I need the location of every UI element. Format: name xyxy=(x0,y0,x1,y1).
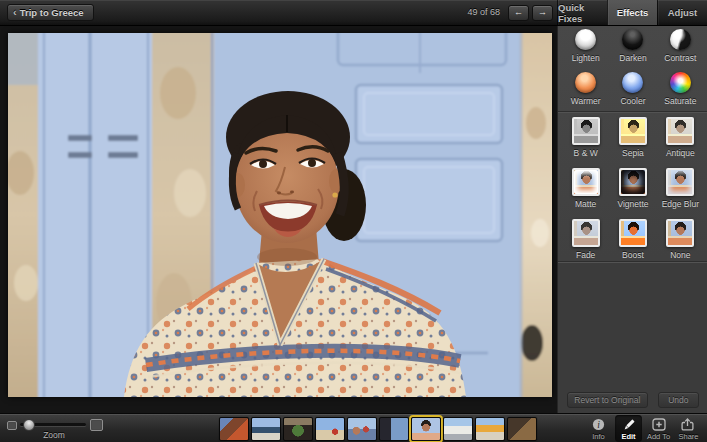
filmstrip-thumb-portrait-woman[interactable] xyxy=(411,417,441,441)
filmstrip-thumb-dark-building[interactable] xyxy=(507,417,537,441)
effect-label: None xyxy=(670,250,690,260)
edgeblur-effect-preview xyxy=(666,168,694,196)
contrast-sphere-icon xyxy=(670,29,691,50)
warmer-sphere-icon xyxy=(575,72,596,93)
next-photo-button[interactable]: → xyxy=(532,5,553,21)
edge-blur-effect-button[interactable]: Edge Blur xyxy=(657,165,704,216)
effect-thumbnails-grid: B & WSepiaAntiqueMatteVignetteEdge BlurF… xyxy=(562,114,704,267)
effect-label: B & W xyxy=(574,148,598,158)
action-label: Add To xyxy=(647,432,670,441)
preview-photo xyxy=(621,170,645,194)
add-to-button[interactable]: Add To xyxy=(645,415,672,442)
edit-mode-tabs: Quick FixesEffectsAdjust xyxy=(557,0,707,25)
preview-photo xyxy=(574,170,598,194)
bottom-toolbar: Zoom iInfoEditAdd ToShare xyxy=(0,413,707,442)
vignette-effect-preview xyxy=(619,168,647,196)
lighten-sphere-icon xyxy=(575,29,596,50)
effect-label: Boost xyxy=(622,250,644,260)
effect-label: Fade xyxy=(576,250,595,260)
antique-effect-preview xyxy=(666,117,694,145)
effect-label: Warmer xyxy=(571,96,601,106)
darken-effect-button[interactable]: Darken xyxy=(609,26,656,69)
action-label: Info xyxy=(592,432,605,441)
share-button[interactable]: Share xyxy=(675,415,702,442)
effect-label: Sepia xyxy=(622,148,644,158)
filmstrip-thumb-white-terrace[interactable] xyxy=(443,417,473,441)
sepia-effect-button[interactable]: Sepia xyxy=(609,114,656,165)
back-button[interactable]: ‹ Trip to Greece xyxy=(7,4,94,21)
tab-adjust[interactable]: Adjust xyxy=(657,0,707,25)
info-icon: i xyxy=(592,418,605,431)
contrast-effect-button[interactable]: Contrast xyxy=(657,26,704,69)
matte-effect-preview xyxy=(572,168,600,196)
saturate-effect-button[interactable]: Saturate xyxy=(657,69,704,112)
boost-effect-button[interactable]: Boost xyxy=(609,216,656,267)
top-toolbar: ‹ Trip to Greece 49 of 68 ← → Quick Fixe… xyxy=(0,0,707,26)
sepia-effect-preview xyxy=(619,117,647,145)
preview-photo xyxy=(668,221,692,245)
tab-effects[interactable]: Effects xyxy=(607,0,657,25)
fade-effect-button[interactable]: Fade xyxy=(562,216,609,267)
preview-photo xyxy=(621,119,645,143)
effect-label: Saturate xyxy=(664,96,696,106)
effect-spheres-grid: LightenDarkenContrastWarmerCoolerSaturat… xyxy=(562,26,704,112)
effect-label: Darken xyxy=(619,53,646,63)
none-effect-button[interactable]: None xyxy=(657,216,704,267)
filmstrip-thumb-harbor-dark[interactable] xyxy=(379,417,409,441)
current-photo[interactable] xyxy=(8,33,552,397)
filmstrip-thumb-cliff-person[interactable] xyxy=(219,417,249,441)
none-effect-preview xyxy=(666,219,694,247)
saturate-sphere-icon xyxy=(670,72,691,93)
matte-effect-button[interactable]: Matte xyxy=(562,165,609,216)
info-button[interactable]: iInfo xyxy=(585,415,612,442)
undo-button[interactable]: Undo xyxy=(658,392,699,408)
zoom-control: Zoom xyxy=(6,414,106,442)
effect-label: Matte xyxy=(575,199,596,209)
warmer-effect-button[interactable]: Warmer xyxy=(562,69,609,112)
previous-photo-button[interactable]: ← xyxy=(508,5,529,21)
back-button-label: Trip to Greece xyxy=(20,7,84,18)
back-chevron-icon: ‹ xyxy=(13,7,17,18)
preview-photo xyxy=(621,221,645,245)
cooler-sphere-icon xyxy=(622,72,643,93)
filmstrip-thumb-green-shirt-person[interactable] xyxy=(283,417,313,441)
effect-label: Cooler xyxy=(620,96,645,106)
antique-effect-button[interactable]: Antique xyxy=(657,114,704,165)
zoom-out-photo-icon xyxy=(7,421,17,430)
filmstrip-thumb-orange-flowers[interactable] xyxy=(475,417,505,441)
edit-button[interactable]: Edit xyxy=(615,415,642,442)
panel-divider xyxy=(558,111,707,113)
zoom-label: Zoom xyxy=(6,430,102,440)
panel-lower-area: Revert to Original Undo xyxy=(558,263,707,413)
effect-label: Contrast xyxy=(664,53,696,63)
preview-photo xyxy=(668,119,692,143)
darken-sphere-icon xyxy=(622,29,643,50)
preview-photo xyxy=(574,119,598,143)
preview-photo xyxy=(668,170,692,194)
iphoto-window: ‹ Trip to Greece 49 of 68 ← → Quick Fixe… xyxy=(0,0,707,442)
share-icon xyxy=(681,418,696,431)
filmstrip-thumb-beach-red-figure[interactable] xyxy=(315,417,345,441)
boost-effect-preview xyxy=(619,219,647,247)
filmstrip xyxy=(219,417,537,441)
edit-icon xyxy=(622,418,636,431)
revert-to-original-button[interactable]: Revert to Original xyxy=(567,392,648,408)
vignette-effect-button[interactable]: Vignette xyxy=(609,165,656,216)
effect-label: Lighten xyxy=(572,53,600,63)
effects-panel: LightenDarkenContrastWarmerCoolerSaturat… xyxy=(557,25,707,413)
cooler-effect-button[interactable]: Cooler xyxy=(609,69,656,112)
b-w-effect-button[interactable]: B & W xyxy=(562,114,609,165)
effect-label: Antique xyxy=(666,148,695,158)
svg-text:i: i xyxy=(597,420,600,430)
lighten-effect-button[interactable]: Lighten xyxy=(562,26,609,69)
action-label: Edit xyxy=(621,432,635,441)
filmstrip-thumb-group-people[interactable] xyxy=(347,417,377,441)
tab-quick-fixes[interactable]: Quick Fixes xyxy=(557,0,607,25)
effect-label: Vignette xyxy=(617,199,648,209)
preview-photo xyxy=(574,221,598,245)
fade-effect-preview xyxy=(572,219,600,247)
effect-label: Edge Blur xyxy=(662,199,699,209)
filmstrip-thumb-sea-view[interactable] xyxy=(251,417,281,441)
add-icon xyxy=(652,418,666,431)
action-label: Share xyxy=(678,432,698,441)
